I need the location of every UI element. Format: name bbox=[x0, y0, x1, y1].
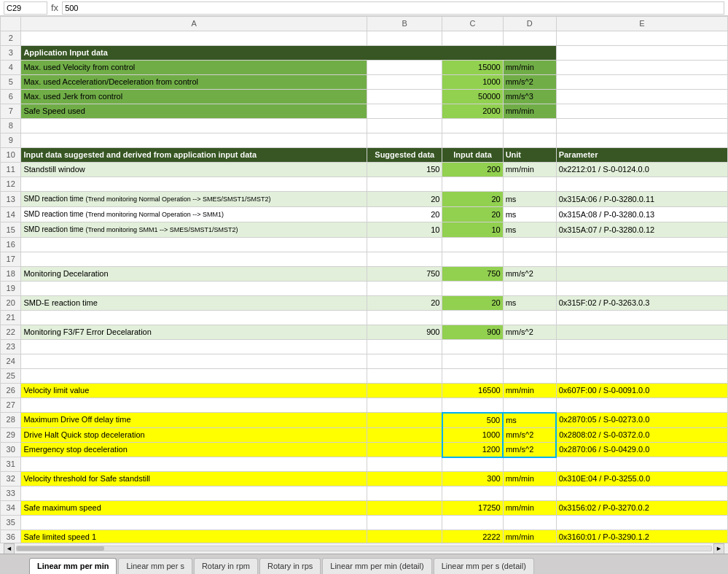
cell bbox=[367, 119, 442, 133]
cell bbox=[21, 133, 367, 148]
cell: 200 bbox=[442, 163, 503, 177]
cell bbox=[21, 311, 367, 325]
cell bbox=[442, 311, 503, 325]
table-row-highlighted: 29 Drive Halt Quick stop deceleration 10… bbox=[1, 427, 728, 442]
scrollbar-thumb[interactable] bbox=[17, 546, 104, 551]
cell bbox=[367, 486, 442, 501]
row-num: 8 bbox=[1, 119, 21, 133]
cell: mm/s^2 bbox=[503, 75, 556, 90]
cell: Max. used Acceleration/Deceleration from… bbox=[21, 75, 367, 90]
tab-linear-mm-per-min-detail[interactable]: Linear mm per min (detail) bbox=[322, 558, 431, 574]
cell: 20 bbox=[442, 207, 503, 222]
cell: mm/min bbox=[503, 472, 556, 486]
cell-highlighted: 500 bbox=[442, 413, 503, 428]
cell bbox=[556, 311, 727, 325]
cell: 0x315F:02 / P-0-3263.0.3 bbox=[556, 296, 727, 311]
table-row: 35 bbox=[1, 516, 728, 530]
cell bbox=[367, 530, 442, 543]
tab-rotary-in-rps[interactable]: Rotary in rps bbox=[259, 558, 321, 574]
row-num: 16 bbox=[1, 238, 21, 252]
cell bbox=[556, 340, 727, 354]
cell bbox=[367, 472, 442, 486]
cell: Standstill window bbox=[21, 163, 367, 177]
cell-highlighted: mm/s^2 bbox=[503, 442, 556, 457]
table-row: 36 Safe limited speed 1 2222 mm/min 0x31… bbox=[1, 530, 728, 543]
row-num: 5 bbox=[1, 75, 21, 90]
cell: Velocity threshold for Safe standstill bbox=[21, 472, 367, 486]
tab-linear-mm-per-s-detail[interactable]: Linear mm per s (detail) bbox=[434, 558, 534, 574]
cell bbox=[21, 340, 367, 354]
formula-input[interactable] bbox=[62, 1, 724, 15]
scroll-right-arrow[interactable]: ► bbox=[713, 543, 724, 554]
cell bbox=[367, 457, 442, 472]
horizontal-scrollbar[interactable]: ◄ ► bbox=[0, 543, 728, 554]
tab-rotary-in-rpm[interactable]: Rotary in rpm bbox=[194, 558, 258, 574]
table-row: 14 SMD reaction time (Trend monitoring N… bbox=[1, 207, 728, 222]
cell bbox=[367, 61, 442, 75]
cell: mm/min bbox=[503, 61, 556, 75]
row-num: 32 bbox=[1, 472, 21, 486]
cell bbox=[367, 340, 442, 354]
row-num: 6 bbox=[1, 90, 21, 104]
cell: 0x3160:01 / P-0-3290.1.2 bbox=[556, 530, 727, 543]
cell: Safe limited speed 1 bbox=[21, 530, 367, 543]
cell bbox=[442, 177, 503, 192]
sheet-area: A B C D E 2 3 bbox=[0, 16, 728, 543]
cell bbox=[21, 238, 367, 252]
cell: 20 bbox=[442, 192, 503, 207]
tab-linear-mm-per-s[interactable]: Linear mm per s bbox=[118, 558, 192, 574]
cell: 0x2212:01 / S-0-0124.0.0 bbox=[556, 163, 727, 177]
cell: Maximum Drive Off delay time bbox=[21, 413, 367, 428]
cell bbox=[367, 282, 442, 296]
cell bbox=[21, 516, 367, 530]
row-num: 27 bbox=[1, 398, 21, 413]
table-row: 31 bbox=[1, 457, 728, 472]
cell bbox=[442, 369, 503, 384]
table-row: 17 bbox=[1, 252, 728, 267]
cell bbox=[503, 354, 556, 369]
cell: Max. used Velocity from control bbox=[21, 61, 367, 75]
cell bbox=[367, 442, 442, 457]
scrollbar-track[interactable] bbox=[16, 546, 712, 551]
table-row: 10 Input data suggested and derived from… bbox=[1, 148, 728, 163]
cell bbox=[556, 133, 727, 148]
table-row: 18 Monitoring Decelaration 750 750 mm/s^… bbox=[1, 267, 728, 282]
cell bbox=[442, 457, 503, 472]
cell: 17250 bbox=[442, 501, 503, 516]
cell: 750 bbox=[442, 267, 503, 282]
table-row: 7 Safe Speed used 2000 mm/min bbox=[1, 104, 728, 119]
cell bbox=[367, 354, 442, 369]
row-num: 34 bbox=[1, 501, 21, 516]
cell: 16500 bbox=[442, 384, 503, 398]
cell bbox=[556, 486, 727, 501]
cell bbox=[442, 133, 503, 148]
scroll-left-arrow[interactable]: ◄ bbox=[4, 543, 15, 554]
tab-linear-mm-per-min[interactable]: Linear mm per min bbox=[29, 558, 117, 574]
cell-highlighted: 1200 bbox=[442, 442, 503, 457]
cell bbox=[21, 282, 367, 296]
cell: 10 bbox=[442, 222, 503, 238]
cell: Monitoring Decelaration bbox=[21, 267, 367, 282]
cell bbox=[367, 311, 442, 325]
cell bbox=[503, 340, 556, 354]
cell bbox=[503, 31, 556, 46]
cell bbox=[503, 252, 556, 267]
table-row-highlighted: 28 Maximum Drive Off delay time 500 ms 0… bbox=[1, 413, 728, 428]
table-row: 24 bbox=[1, 354, 728, 369]
row-num: 21 bbox=[1, 311, 21, 325]
row-num: 35 bbox=[1, 516, 21, 530]
cell bbox=[556, 90, 727, 104]
table-row: 22 Monitoring F3/F7 Error Decelaration 9… bbox=[1, 325, 728, 340]
row-num: 4 bbox=[1, 61, 21, 75]
row-num: 29 bbox=[1, 427, 21, 442]
row-num: 10 bbox=[1, 148, 21, 163]
cell bbox=[442, 486, 503, 501]
cell: 10 bbox=[367, 222, 442, 238]
cell: 0x607F:00 / S-0-0091.0.0 bbox=[556, 384, 727, 398]
col-header-e: E bbox=[556, 17, 727, 31]
cell bbox=[367, 31, 442, 46]
cell bbox=[21, 119, 367, 133]
cell bbox=[503, 486, 556, 501]
cell bbox=[556, 398, 727, 413]
name-box[interactable] bbox=[4, 1, 47, 15]
